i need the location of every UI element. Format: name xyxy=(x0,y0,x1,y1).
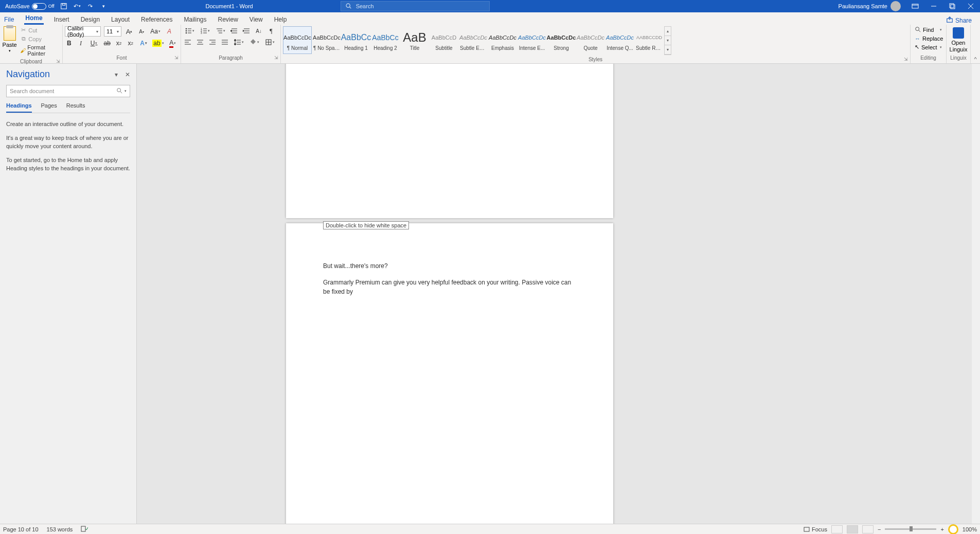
focus-mode-button[interactable]: Focus xyxy=(804,526,827,532)
tab-references[interactable]: References xyxy=(140,14,173,25)
borders-button[interactable]: ▾ xyxy=(263,38,276,47)
style-item[interactable]: AaBbCcHeading 1 xyxy=(342,26,370,54)
font-size-combo[interactable]: 11▾ xyxy=(104,26,121,37)
grow-font-button[interactable]: A▴ xyxy=(124,27,134,36)
change-case-button[interactable]: Aa▾ xyxy=(149,27,162,36)
increase-indent-button[interactable] xyxy=(242,26,251,35)
tab-home[interactable]: Home xyxy=(24,12,43,25)
print-layout-icon[interactable] xyxy=(847,525,858,533)
search-box[interactable]: Search xyxy=(341,1,490,11)
paragraph-dialog-launcher[interactable]: ⇲ xyxy=(273,55,279,61)
shading-button[interactable]: ▾ xyxy=(248,38,260,47)
document-page[interactable] xyxy=(286,64,613,218)
style-item[interactable]: AaBbCcDcSubtle Em... xyxy=(459,26,488,54)
tab-design[interactable]: Design xyxy=(80,14,101,25)
zoom-level[interactable]: 100% xyxy=(963,526,977,532)
styles-up-icon[interactable]: ▴ xyxy=(665,27,671,36)
copy-button[interactable]: ⧉Copy xyxy=(19,35,60,43)
styles-more-icon[interactable]: ▾ xyxy=(665,45,671,55)
style-item[interactable]: AaBbCcDSubtitle xyxy=(430,26,458,54)
numbering-button[interactable]: 123▾ xyxy=(199,26,211,35)
underline-button[interactable]: U▾ xyxy=(88,39,99,48)
bold-button[interactable]: B xyxy=(65,39,74,48)
undo-icon[interactable]: ↶▾ xyxy=(73,2,81,10)
style-item[interactable]: AABBCCDDSubtle Ref... xyxy=(635,26,664,54)
autosave-toggle[interactable]: AutoSave Off xyxy=(5,3,55,10)
open-linguix-button[interactable]: Open Linguix xyxy=(947,25,970,55)
collapse-ribbon-icon[interactable]: ^ xyxy=(971,25,980,63)
style-item[interactable]: AaBbCcDc¶ No Spac... xyxy=(312,26,341,54)
justify-button[interactable] xyxy=(220,38,229,47)
multilevel-list-button[interactable]: ▾ xyxy=(214,26,226,35)
read-mode-icon[interactable] xyxy=(831,525,843,533)
cut-button[interactable]: ✂Cut xyxy=(19,26,60,34)
qat-customize-icon[interactable]: ▾ xyxy=(100,2,108,10)
share-button[interactable]: Share xyxy=(946,16,977,25)
nav-dropdown-icon[interactable]: ▾ xyxy=(115,71,118,78)
document-page[interactable]: But wait...there's more? Grammarly Premi… xyxy=(286,223,613,524)
web-layout-icon[interactable] xyxy=(862,525,874,533)
styles-down-icon[interactable]: ▾ xyxy=(665,36,671,45)
styles-dialog-launcher[interactable]: ⇲ xyxy=(903,57,909,63)
save-icon[interactable] xyxy=(60,2,68,10)
redo-icon[interactable]: ↷ xyxy=(86,2,95,10)
document-area[interactable]: But wait...there's more? Grammarly Premi… xyxy=(137,64,980,524)
vertical-scrollbar[interactable] xyxy=(972,64,980,524)
subscript-button[interactable]: x2 xyxy=(115,39,123,48)
user-account[interactable]: Pauliansang Samte xyxy=(839,1,901,11)
nav-tab-headings[interactable]: Headings xyxy=(6,102,32,113)
zoom-slider[interactable] xyxy=(885,528,936,530)
text-effects-button[interactable]: A▾ xyxy=(138,39,149,48)
nav-close-icon[interactable]: ✕ xyxy=(125,71,130,78)
maximize-icon[interactable] xyxy=(943,0,961,12)
show-marks-button[interactable]: ¶ xyxy=(266,26,276,35)
find-button[interactable]: Find▾ xyxy=(913,26,944,34)
decrease-indent-button[interactable] xyxy=(229,26,239,35)
style-item[interactable]: AaBbCcDc¶ Normal xyxy=(283,26,312,54)
tab-help[interactable]: Help xyxy=(273,14,288,25)
tab-file[interactable]: File xyxy=(3,14,15,25)
highlight-button[interactable]: ab▾ xyxy=(152,39,164,48)
style-item[interactable]: AaBbCcDcIntense E... xyxy=(518,26,546,54)
font-name-combo[interactable]: Calibri (Body)▾ xyxy=(65,26,101,37)
tab-mailings[interactable]: Mailings xyxy=(183,14,207,25)
tab-layout[interactable]: Layout xyxy=(110,14,131,25)
nav-tab-pages[interactable]: Pages xyxy=(41,102,57,113)
strikethrough-button[interactable]: ab xyxy=(103,39,112,48)
style-item[interactable]: AaBbCcDcQuote xyxy=(576,26,605,54)
align-right-button[interactable] xyxy=(208,38,217,47)
italic-button[interactable]: I xyxy=(77,39,85,48)
spellcheck-icon[interactable] xyxy=(81,526,88,533)
bullets-button[interactable]: ▾ xyxy=(183,26,195,35)
nav-tab-results[interactable]: Results xyxy=(66,102,85,113)
grammarly-badge-icon[interactable] xyxy=(948,524,958,535)
format-painter-button[interactable]: 🖌Format Painter xyxy=(19,44,60,57)
clear-formatting-button[interactable]: A xyxy=(165,27,174,36)
replace-button[interactable]: ↔Replace xyxy=(913,35,944,42)
shrink-font-button[interactable]: A▾ xyxy=(137,27,146,36)
word-count-status[interactable]: 153 words xyxy=(47,526,73,532)
ribbon-display-icon[interactable] xyxy=(906,0,924,12)
tab-insert[interactable]: Insert xyxy=(53,14,70,25)
style-item[interactable]: AaBbCcDcEmphasis xyxy=(488,26,517,54)
nav-search-input[interactable]: Search document ▾ xyxy=(6,85,130,97)
align-center-button[interactable] xyxy=(195,38,205,47)
font-dialog-launcher[interactable]: ⇲ xyxy=(173,55,180,61)
style-item[interactable]: AaBTitle xyxy=(400,26,429,54)
close-icon[interactable] xyxy=(961,0,980,12)
style-item[interactable]: AaBbCcHeading 2 xyxy=(371,26,400,54)
zoom-in-button[interactable]: + xyxy=(940,526,943,532)
style-item[interactable]: AaBbCcDcIntense Q... xyxy=(605,26,634,54)
superscript-button[interactable]: x2 xyxy=(126,39,135,48)
clipboard-dialog-launcher[interactable]: ⇲ xyxy=(55,59,61,65)
page-number-status[interactable]: Page 10 of 10 xyxy=(3,526,39,532)
style-item[interactable]: AaBbCcDcStrong xyxy=(547,26,576,54)
align-left-button[interactable] xyxy=(183,38,192,47)
tab-review[interactable]: Review xyxy=(217,14,239,25)
paste-button[interactable]: Paste ▾ xyxy=(2,26,17,53)
sort-button[interactable]: A↓ xyxy=(254,26,263,35)
line-spacing-button[interactable]: ▾ xyxy=(233,38,245,47)
tab-view[interactable]: View xyxy=(248,14,264,25)
minimize-icon[interactable] xyxy=(924,0,943,12)
font-color-button[interactable]: A▾ xyxy=(167,39,179,48)
